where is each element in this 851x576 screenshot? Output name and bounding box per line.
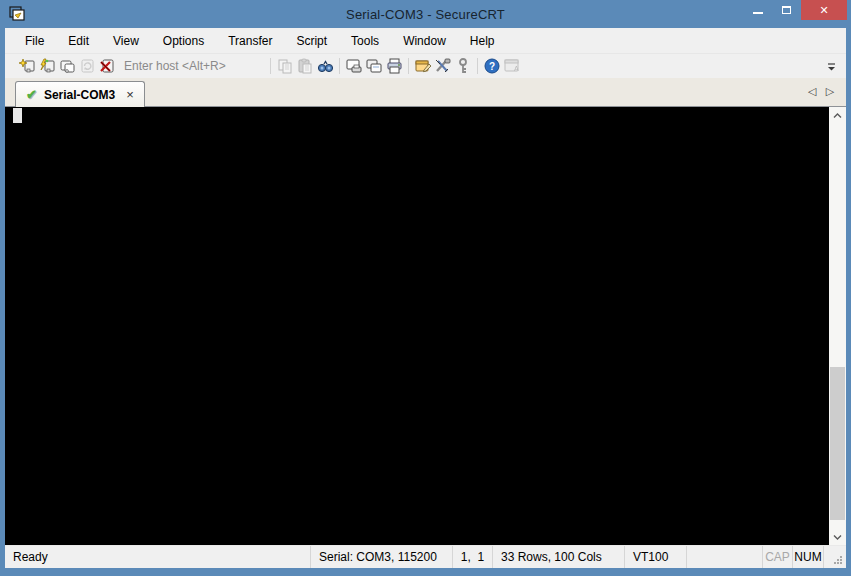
menu-transfer[interactable]: Transfer <box>216 30 284 52</box>
status-num-lock: NUM <box>793 546 824 568</box>
connect-icon[interactable] <box>37 57 57 75</box>
window-title: Serial-COM3 - SecureCRT <box>0 0 851 28</box>
menu-help[interactable]: Help <box>458 30 507 52</box>
tab-close-icon[interactable]: × <box>126 87 134 102</box>
securecrt-window: Serial-COM3 - SecureCRT ✕ File Edit View… <box>0 0 851 576</box>
disconnect-icon[interactable] <box>97 57 117 75</box>
scroll-down-button[interactable] <box>829 529 846 545</box>
tab-serial-com3[interactable]: ✔ Serial-COM3 × <box>15 81 145 107</box>
terminal-row <box>5 107 846 545</box>
menu-window[interactable]: Window <box>391 30 458 52</box>
toolbar: Enter host <Alt+R> <box>5 53 846 78</box>
minimize-icon <box>753 12 763 14</box>
app-window-icon: A <box>502 57 522 75</box>
host-input[interactable]: Enter host <Alt+R> <box>120 57 262 76</box>
tab-label: Serial-COM3 <box>44 88 115 102</box>
log-session-icon[interactable] <box>344 57 364 75</box>
toolbar-separator <box>408 58 409 74</box>
reconnect-icon <box>77 57 97 75</box>
help-icon[interactable]: ? <box>482 57 502 75</box>
toolbar-separator <box>477 58 478 74</box>
tab-scroll-arrows: ◁ ▷ <box>806 85 836 98</box>
close-button[interactable]: ✕ <box>801 0 847 20</box>
connected-check-icon: ✔ <box>26 88 37 101</box>
connect-in-tab-icon[interactable] <box>57 57 77 75</box>
scrollbar-thumb[interactable] <box>830 367 845 520</box>
tab-bar: ✔ Serial-COM3 × ◁ ▷ <box>5 78 846 107</box>
resize-grip[interactable] <box>824 546 846 568</box>
svg-text:?: ? <box>489 61 495 72</box>
scroll-up-button[interactable] <box>829 107 846 123</box>
status-terminal-size: 33 Rows, 100 Cols <box>493 546 625 568</box>
copy-icon <box>275 57 295 75</box>
status-cursor-position: 1, 1 <box>453 546 493 568</box>
tab-scroll-right-icon[interactable]: ▷ <box>824 85 836 98</box>
maximize-button[interactable] <box>772 0 801 20</box>
menu-tools[interactable]: Tools <box>339 30 391 52</box>
session-options-icon[interactable] <box>413 57 433 75</box>
terminal-cursor <box>13 108 22 123</box>
menu-edit[interactable]: Edit <box>56 30 101 52</box>
status-blank <box>687 546 763 568</box>
menu-script[interactable]: Script <box>284 30 339 52</box>
status-serial: Serial: COM3, 115200 <box>311 546 453 568</box>
keys-icon[interactable] <box>453 57 473 75</box>
status-emulation: VT100 <box>625 546 687 568</box>
toolbar-overflow-button[interactable] <box>824 58 838 75</box>
status-caps-lock: CAP <box>763 546 793 568</box>
status-ready: Ready <box>5 546 311 568</box>
maximize-icon <box>782 6 791 14</box>
menu-view[interactable]: View <box>101 30 151 52</box>
vertical-scrollbar[interactable] <box>829 107 846 545</box>
print-icon[interactable] <box>384 57 404 75</box>
toolbar-separator <box>339 58 340 74</box>
menu-bar: File Edit View Options Transfer Script T… <box>5 28 846 53</box>
menu-file[interactable]: File <box>13 30 56 52</box>
titlebar: Serial-COM3 - SecureCRT ✕ <box>0 0 851 28</box>
toolbar-separator <box>270 58 271 74</box>
quick-connect-icon[interactable] <box>17 57 37 75</box>
minimize-button[interactable] <box>743 0 772 20</box>
find-icon[interactable] <box>315 57 335 75</box>
paste-icon <box>295 57 315 75</box>
caption-buttons: ✕ <box>743 0 847 20</box>
raw-log-session-icon[interactable] <box>364 57 384 75</box>
status-bar: Ready Serial: COM3, 115200 1, 1 33 Rows,… <box>5 545 846 568</box>
menu-options[interactable]: Options <box>151 30 216 52</box>
global-options-icon[interactable] <box>433 57 453 75</box>
terminal-screen[interactable] <box>5 107 829 545</box>
svg-text:A: A <box>514 65 519 72</box>
tab-scroll-left-icon[interactable]: ◁ <box>806 85 818 98</box>
